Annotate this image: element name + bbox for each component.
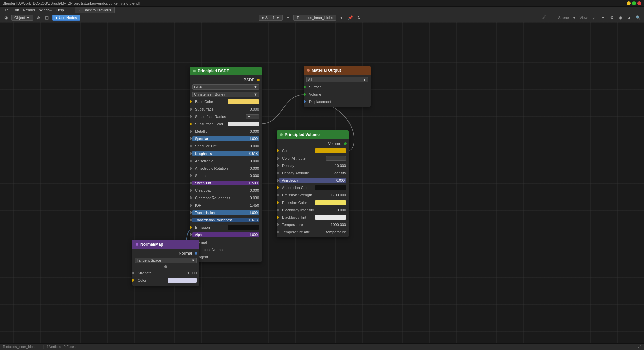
- vol-color-attr-row[interactable]: Color Attribute: [277, 155, 349, 162]
- normal-color-swatch[interactable]: [168, 278, 197, 283]
- transform-icon[interactable]: ⊕: [35, 14, 42, 21]
- bsdf-sheen-tint-row[interactable]: Sheen Tint 0.500: [190, 179, 262, 187]
- subsurface-color-swatch[interactable]: [228, 122, 259, 126]
- use-nodes-button[interactable]: ● Use Nodes: [52, 15, 80, 21]
- normal-map-header[interactable]: Normal/Map: [132, 240, 199, 249]
- bsdf-clearcoat-normal-row[interactable]: Clearcoat Normal: [190, 246, 262, 253]
- bsdf-subsurface-method-row[interactable]: Christensen-Burley ▼: [190, 91, 262, 98]
- window-controls[interactable]: [627, 1, 641, 5]
- display-mode-icon[interactable]: □: [550, 14, 556, 21]
- bsdf-clearcoat-roughness-row[interactable]: Clearcoat Roughness 0.030: [190, 194, 262, 202]
- bsdf-subsurface-radius-row[interactable]: Subsurface Radius ▼: [190, 113, 262, 120]
- menu-edit[interactable]: Edit: [13, 8, 19, 12]
- node-editor-toolbar: ◕ Object ▼ ⊕ ◫ ● Use Nodes ● Slot 1 ▼ + …: [0, 13, 644, 22]
- vol-emission-color-row[interactable]: Emission Color: [277, 199, 349, 206]
- status-material-name: Tentacles_inner_blobs: [3, 345, 36, 349]
- maximize-button[interactable]: [632, 1, 636, 5]
- bsdf-emission-row[interactable]: Emission: [190, 224, 262, 231]
- view-icon[interactable]: ◫: [44, 14, 50, 21]
- bsdf-transmission-row[interactable]: Transmission 1.000: [190, 209, 262, 216]
- vol-color-row[interactable]: Color: [277, 147, 349, 155]
- render-layers-icon[interactable]: ☄: [541, 14, 548, 21]
- vol-anisotropy-row[interactable]: Anisotropy 0.000: [277, 177, 349, 184]
- menu-help[interactable]: Help: [56, 8, 64, 12]
- vol-temperature-attr-row[interactable]: Temperature Attri... temperature: [277, 228, 349, 236]
- bsdf-ior-row[interactable]: IOR 1.450: [190, 202, 262, 209]
- normal-space-dropdown[interactable]: Tangent Space ▼: [135, 258, 197, 263]
- vol-temperature-row[interactable]: Temperature 1000.000: [277, 221, 349, 228]
- subsurface-radius-dropdown[interactable]: ▼: [246, 114, 259, 119]
- vol-color-attr-field[interactable]: [326, 156, 346, 161]
- bsdf-base-color-row[interactable]: Base Color: [190, 98, 262, 105]
- vol-absorption-swatch[interactable]: [315, 185, 346, 190]
- bsdf-normal-row[interactable]: Normal: [190, 238, 262, 246]
- bsdf-alpha-row[interactable]: Alpha 1.000: [190, 231, 262, 238]
- menu-render[interactable]: Render: [23, 8, 35, 12]
- refresh-icon[interactable]: ↻: [356, 14, 362, 21]
- mat-output-target-row[interactable]: All ▼: [304, 76, 371, 83]
- normal-space-row[interactable]: Tangent Space ▼: [132, 257, 199, 264]
- back-to-previous-button[interactable]: ← Back to Previous: [75, 7, 115, 13]
- bsdf-subsurface-row[interactable]: Subsurface 0.000: [190, 105, 262, 113]
- emission-swatch[interactable]: [228, 225, 259, 230]
- mat-output-dropdown[interactable]: All ▼: [306, 77, 368, 82]
- vol-anisotropy-bar[interactable]: Anisotropy 0.000: [279, 178, 346, 183]
- scene-dropdown-icon[interactable]: ▼: [571, 14, 578, 21]
- roughness-bar[interactable]: Roughness 0.518: [192, 151, 259, 156]
- base-color-swatch[interactable]: [228, 99, 259, 104]
- bsdf-transmission-roughness-row[interactable]: Transmission Roughness 0.673: [190, 216, 262, 224]
- vol-density-attr-row[interactable]: Density Attribute density: [277, 169, 349, 177]
- view-layer-dropdown-icon[interactable]: ▼: [600, 14, 606, 21]
- mat-output-header[interactable]: Material Output: [304, 66, 371, 75]
- vol-density-row[interactable]: Density 10.000: [277, 162, 349, 169]
- vol-absorption-color-row[interactable]: Absorption Color: [277, 184, 349, 191]
- vol-node-header[interactable]: Principled Volume: [277, 130, 349, 139]
- bsdf-distribution-dropdown[interactable]: GGX ▼: [192, 84, 259, 90]
- pin-material-icon[interactable]: 📌: [347, 14, 354, 21]
- bsdf-sheen-row[interactable]: Sheen 0.000: [190, 172, 262, 179]
- vol-blackbody-intensity-row[interactable]: Blackbody Intensity 0.000: [277, 206, 349, 214]
- overlay-icon[interactable]: ◉: [617, 14, 624, 21]
- bsdf-distribution-row[interactable]: GGX ▼: [190, 83, 262, 91]
- bsdf-node-header[interactable]: Principled BSDF: [190, 67, 262, 75]
- metallic-socket: [190, 130, 192, 133]
- normal-color-row[interactable]: Color: [132, 277, 199, 284]
- transmission-roughness-bar[interactable]: Transmission Roughness 0.673: [192, 218, 259, 222]
- vol-color-swatch[interactable]: [315, 148, 346, 153]
- browse-material-icon[interactable]: ▼: [338, 14, 345, 21]
- menu-window[interactable]: Window: [39, 8, 52, 12]
- snap-icon[interactable]: ▲: [626, 14, 633, 21]
- minimize-button[interactable]: [627, 1, 631, 5]
- slot-selector[interactable]: ● Slot 1 ▼: [259, 15, 283, 21]
- add-material-icon[interactable]: +: [285, 14, 291, 21]
- bsdf-subsurface-method-dropdown[interactable]: Christensen-Burley ▼: [192, 92, 259, 97]
- transmission-bar[interactable]: Transmission 1.000: [192, 210, 259, 215]
- vol-output-row: Volume: [277, 140, 349, 147]
- close-button[interactable]: [637, 1, 641, 5]
- alpha-bar[interactable]: Alpha 1.000: [192, 232, 259, 237]
- menu-file[interactable]: File: [3, 8, 9, 12]
- bsdf-specular-row[interactable]: Specular 1.000: [190, 135, 262, 142]
- normal-strength-row[interactable]: Strength 1.000: [132, 269, 199, 277]
- vol-blackbody-tint-swatch[interactable]: [315, 215, 346, 220]
- vol-emission-strength-row[interactable]: Emission Strength 1700.000: [277, 191, 349, 199]
- material-name-field[interactable]: Tentacles_inner_blobs: [293, 15, 336, 21]
- bsdf-anisotropic-row[interactable]: Anisotropic 0.000: [190, 157, 262, 165]
- editor-type-icon[interactable]: ◕: [3, 14, 9, 21]
- search-icon[interactable]: 🔍: [635, 14, 641, 21]
- bsdf-clearcoat-row[interactable]: Clearcoat 0.000: [190, 187, 262, 194]
- bsdf-roughness-row[interactable]: Roughness 0.518: [190, 150, 262, 157]
- vol-emission-color-swatch[interactable]: [315, 200, 346, 205]
- bsdf-subsurface-color-row[interactable]: Subsurface Color: [190, 120, 262, 128]
- sheen-tint-bar[interactable]: Sheen Tint 0.500: [192, 181, 259, 185]
- bsdf-specular-tint-row[interactable]: Specular Tint 0.000: [190, 142, 262, 150]
- specular-bar[interactable]: Specular 1.000: [192, 136, 259, 141]
- bsdf-tangent-row[interactable]: Tangent: [190, 253, 262, 261]
- bsdf-anisotropic-rotation-row[interactable]: Anisotropic Rotation 0.000: [190, 165, 262, 172]
- object-mode-dropdown[interactable]: Object ▼: [11, 15, 33, 21]
- bsdf-metallic-row[interactable]: Metallic 0.000: [190, 128, 262, 135]
- dropdown-arrow2: ▼: [254, 92, 257, 96]
- node-editor-canvas[interactable]: Principled BSDF BSDF GGX ▼ Christensen-B…: [0, 22, 644, 343]
- vol-blackbody-tint-row[interactable]: Blackbody Tint: [277, 214, 349, 221]
- settings-icon[interactable]: ⚙: [608, 14, 615, 21]
